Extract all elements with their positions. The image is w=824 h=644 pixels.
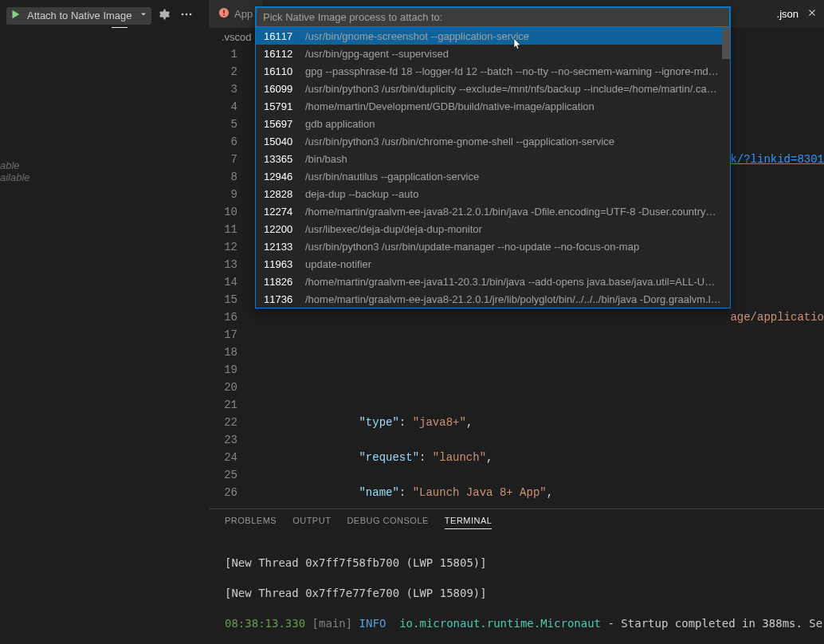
cursor-pointer-icon <box>510 37 523 53</box>
error-icon <box>218 7 230 21</box>
play-icon <box>10 9 21 22</box>
terminal-line: [New Thread 0x7ff7f58fb700 (LWP 15805)] <box>225 556 808 571</box>
active-tab-indicator <box>112 27 128 28</box>
quickpick-item[interactable]: 15791/home/martin/Development/GDB/build/… <box>256 97 730 115</box>
close-icon[interactable] <box>806 7 818 21</box>
tab-label: App <box>234 8 253 20</box>
terminal-line: [New Thread 0x7ff7e77fe700 (LWP 15809)] <box>225 586 808 601</box>
bottom-panel: PROBLEMS OUTPUT DEBUG CONSOLE TERMINAL [… <box>209 509 824 644</box>
quickpick-item[interactable]: 11736/home/martin/graalvm-ee-java8-21.2.… <box>256 290 730 308</box>
code-string: age/applicatio <box>730 311 824 324</box>
quickpick-item[interactable]: 11826/home/martin/graalvm-ee-java11-20.3… <box>256 273 730 290</box>
tab-label: .json <box>777 8 798 20</box>
scrollbar[interactable] <box>722 27 730 59</box>
terminal-line: 08:38:13.330 [main] INFO io.micronaut.ru… <box>225 616 808 631</box>
panel-tab-debug-console[interactable]: DEBUG CONSOLE <box>347 516 428 529</box>
quickpick-item[interactable]: 12946/usr/bin/nautilus --gapplication-se… <box>256 167 730 185</box>
svg-rect-5 <box>223 14 224 15</box>
terminal-output[interactable]: [New Thread 0x7ff7f58fb700 (LWP 15805)] … <box>209 534 824 644</box>
sidebar-hint-line: able <box>0 159 30 171</box>
svg-point-2 <box>189 14 191 16</box>
chevron-down-icon <box>139 10 148 22</box>
panel-tabs: PROBLEMS OUTPUT DEBUG CONSOLE TERMINAL <box>209 509 824 534</box>
quickpick-item[interactable]: 16110gpg --passphrase-fd 18 --logger-fd … <box>256 62 730 80</box>
svg-point-1 <box>185 14 187 16</box>
quickpick-item[interactable]: 12200/usr/libexec/deja-dup/deja-dup-moni… <box>256 220 730 238</box>
more-icon[interactable] <box>177 6 196 25</box>
debug-config-label: Attach to Native Image <box>24 10 135 22</box>
code-link[interactable]: k/?linkid=8301 <box>730 153 824 166</box>
svg-rect-4 <box>223 10 224 14</box>
quickpick-item[interactable]: 12133/usr/bin/python3 /usr/bin/update-ma… <box>256 238 730 255</box>
quickpick-item[interactable]: 15040/usr/bin/python3 /usr/bin/chrome-gn… <box>256 132 730 150</box>
quickpick-item[interactable]: 11963update-notifier <box>256 255 730 273</box>
quickpick-item[interactable]: 16117/usr/bin/gnome-screenshot --gapplic… <box>256 27 730 45</box>
debug-toolbar: Attach to Native Image <box>6 6 196 25</box>
gear-icon[interactable] <box>155 6 174 25</box>
quickpick-item[interactable]: 13365/bin/bash <box>256 150 730 167</box>
quickpick-item[interactable]: 15697gdb application <box>256 115 730 132</box>
quickpick-dialog: 16117/usr/bin/gnome-screenshot --gapplic… <box>255 6 731 308</box>
breadcrumb-item: .vscod <box>222 31 252 43</box>
panel-tab-output[interactable]: OUTPUT <box>292 516 331 529</box>
panel-tab-problems[interactable]: PROBLEMS <box>225 516 277 529</box>
quickpick-input[interactable] <box>256 7 730 27</box>
quickpick-item[interactable]: 16099/usr/bin/python3 /usr/bin/duplicity… <box>256 80 730 97</box>
sidebar-hint-line: ailable <box>0 171 30 183</box>
sidebar-hint: able ailable <box>0 159 30 183</box>
quickpick-item[interactable]: 16112/usr/bin/gpg-agent --supervised <box>256 45 730 62</box>
quickpick-item[interactable]: 12274/home/martin/graalvm-ee-java8-21.2.… <box>256 202 730 220</box>
line-gutter: 123456789 1011121314151617 1819202122232… <box>209 45 252 509</box>
svg-point-0 <box>181 14 183 16</box>
debug-config-selector[interactable]: Attach to Native Image <box>6 7 151 25</box>
quickpick-item[interactable]: 12828deja-dup --backup --auto <box>256 185 730 202</box>
panel-tab-terminal[interactable]: TERMINAL <box>445 516 492 529</box>
quickpick-list: 16117/usr/bin/gnome-screenshot --gapplic… <box>256 27 730 308</box>
